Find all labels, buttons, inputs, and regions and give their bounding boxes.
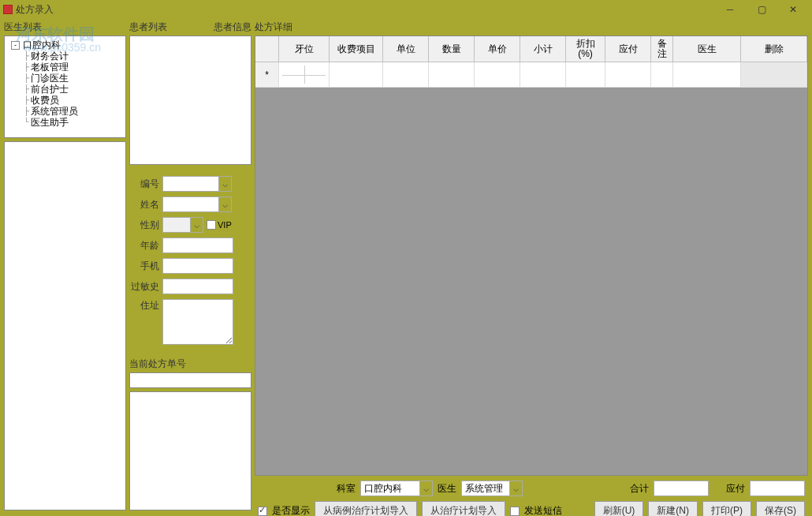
phone-input[interactable] [162,258,233,274]
app-icon [3,5,13,14]
age-input[interactable] [162,237,233,253]
charge-item-cell[interactable] [330,62,383,87]
total-output [654,480,709,496]
close-button[interactable]: ✕ [777,0,809,19]
dept-label: 科室 [337,482,356,495]
col-discount[interactable]: 折扣 (%) [566,36,605,62]
tree-root-node[interactable]: - 口腔内科 [8,39,122,50]
current-prescription-label: 当前处方单号 [129,357,251,371]
tooth-cell[interactable] [279,62,330,87]
phone-label: 手机 [129,260,162,273]
chevron-down-icon[interactable]: ⌵ [191,217,203,233]
id-input[interactable] [162,176,219,192]
chevron-down-icon[interactable]: ⌵ [510,480,523,496]
new-row-marker: * [255,62,279,87]
age-label: 年龄 [129,239,162,252]
tree-item[interactable]: ├老板管理 [24,62,122,73]
name-input[interactable] [162,196,219,212]
col-price[interactable]: 单价 [475,36,520,62]
doctor-label: 医生 [438,482,456,495]
col-charge-item[interactable]: 收费项目 [330,36,383,62]
patient-info-header: 患者信息 [214,19,251,36]
new-button[interactable]: 新建(N) [648,501,698,516]
total-label: 合计 [630,482,649,495]
import-from-plan-button[interactable]: 从治疗计划导入 [422,501,505,516]
allergy-input[interactable] [162,279,233,294]
col-doctor[interactable]: 医生 [673,36,741,62]
patient-list-header: 患者列表 [129,19,167,36]
prescription-no-field[interactable] [129,372,251,388]
prescription-detail-header: 处方详细 [255,19,808,36]
vip-checkbox[interactable] [207,220,216,230]
doctor-tree-panel: - 口腔内科 ├财务会计 ├老板管理 ├门诊医生 ├前台护士 ├收费员 ├系统管… [4,36,126,138]
unit-cell[interactable] [383,62,429,87]
gender-select[interactable] [162,217,191,233]
tree-item[interactable]: └医生助手 [24,117,122,128]
allergy-label: 过敏史 [129,280,162,294]
col-payable[interactable]: 应付 [605,36,651,62]
tree-item[interactable]: ├财务会计 [24,50,122,62]
gender-label: 性别 [129,219,162,232]
prescription-table: 牙位 收费项目 单位 数量 单价 小计 折扣 (%) 应付 备注 医生 删除 * [255,36,808,476]
show-checkbox-label: 是否显示 [272,504,310,516]
discount-cell[interactable] [566,62,605,87]
payable-cell[interactable] [605,62,651,87]
maximize-button[interactable]: ▢ [746,0,777,19]
refresh-button[interactable]: 刷新(U) [594,501,644,516]
col-unit[interactable]: 单位 [383,36,429,62]
tree-root-label: 口腔内科 [23,39,61,50]
chevron-down-icon[interactable]: ⌵ [219,176,232,192]
col-quantity[interactable]: 数量 [429,36,475,62]
doctor-select[interactable] [461,480,510,496]
import-from-case-plan-button[interactable]: 从病例治疗计划导入 [315,501,417,516]
col-tooth[interactable]: 牙位 [279,36,330,62]
save-button[interactable]: 保存(S) [756,501,805,516]
minimize-button[interactable]: ─ [714,0,746,19]
col-subtotal[interactable]: 小计 [520,36,566,62]
doctor-cell[interactable] [673,62,741,87]
chevron-down-icon[interactable]: ⌵ [219,196,232,212]
address-label: 住址 [129,299,162,312]
doctor-list-header: 医生列表 [4,19,126,36]
note-cell[interactable] [651,62,673,87]
col-delete[interactable]: 删除 [741,36,807,62]
show-checkbox[interactable] [258,507,267,516]
name-label: 姓名 [129,198,162,211]
dept-select[interactable] [360,480,420,496]
quantity-cell[interactable] [429,62,475,87]
patient-list-panel[interactable] [129,36,251,165]
price-cell[interactable] [475,62,520,87]
col-note[interactable]: 备注 [651,36,673,62]
address-textarea[interactable] [162,299,233,345]
vip-label: VIP [218,220,232,230]
collapse-icon[interactable]: - [11,41,20,50]
print-button[interactable]: 打印(P) [702,501,751,516]
payable-label: 应付 [726,482,745,495]
chevron-down-icon[interactable]: ⌵ [420,480,433,496]
doctor-detail-panel [4,141,126,510]
subtotal-cell[interactable] [520,62,566,87]
delete-cell[interactable] [741,62,807,87]
send-sms-checkbox[interactable] [510,507,520,516]
id-label: 编号 [129,178,162,191]
window-title: 处方录入 [16,3,714,17]
send-sms-label: 发送短信 [524,504,562,516]
tree-item[interactable]: ├收费员 [24,95,122,106]
table-row[interactable]: * [255,62,807,88]
prescription-list-panel[interactable] [129,391,251,510]
tree-item[interactable]: ├门诊医生 [24,73,122,84]
payable-output [750,480,805,496]
tree-item[interactable]: ├前台护士 [24,84,122,95]
tree-item[interactable]: ├系统管理员 [24,106,122,117]
